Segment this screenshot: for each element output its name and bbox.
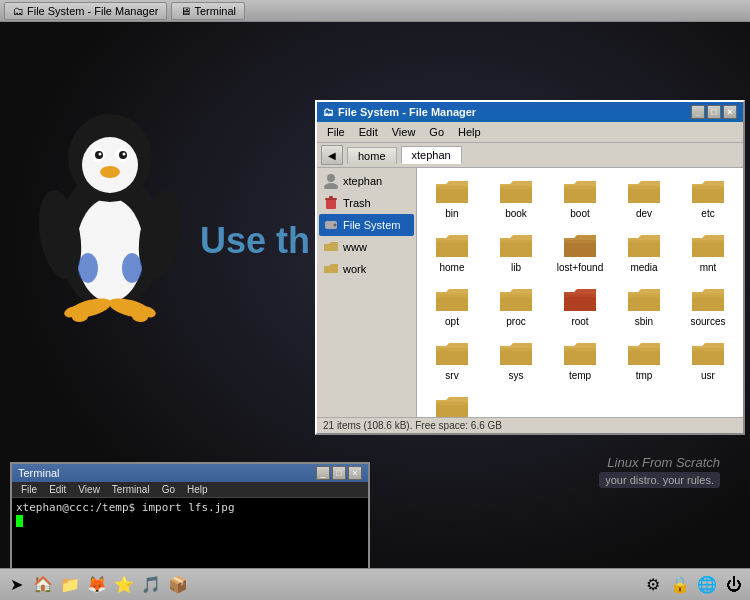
svg-point-27 xyxy=(334,224,337,227)
svg-point-22 xyxy=(324,183,338,189)
tb-lock-icon[interactable]: 🔒 xyxy=(668,573,692,597)
terminal-controls: _ □ × xyxy=(316,466,362,480)
svg-point-10 xyxy=(100,166,120,178)
svg-point-9 xyxy=(123,153,126,156)
file-item-mnt[interactable]: mnt xyxy=(677,226,739,278)
file-label: tmp xyxy=(636,370,653,382)
tb-home-icon[interactable]: 🏠 xyxy=(31,573,55,597)
file-item-proc[interactable]: proc xyxy=(485,280,547,332)
lfs-text: Linux From Scratch xyxy=(607,455,720,470)
svg-rect-78 xyxy=(500,348,532,351)
tb-media-icon[interactable]: 🎵 xyxy=(139,573,163,597)
sidebar-label-work: work xyxy=(343,263,366,275)
file-label: srv xyxy=(445,370,458,382)
svg-rect-75 xyxy=(436,348,468,351)
file-item-tmp[interactable]: tmp xyxy=(613,334,675,386)
file-item-temp[interactable]: temp xyxy=(549,334,611,386)
file-item-lost+found[interactable]: lost+found xyxy=(549,226,611,278)
sidebar-item-xtephan[interactable]: xtephan xyxy=(319,170,414,192)
term-menu-view[interactable]: View xyxy=(73,483,105,496)
menu-view[interactable]: View xyxy=(386,124,422,140)
terminal-titlebar: Terminal _ □ × xyxy=(12,464,368,482)
sidebar-item-www[interactable]: www xyxy=(319,236,414,258)
file-item-lib[interactable]: lib xyxy=(485,226,547,278)
file-item-sbin[interactable]: sbin xyxy=(613,280,675,332)
file-label: mnt xyxy=(700,262,717,274)
file-label: sys xyxy=(509,370,524,382)
file-item-sys[interactable]: sys xyxy=(485,334,547,386)
maximize-button[interactable]: □ xyxy=(707,105,721,119)
window-content: xtephan Trash File System xyxy=(317,168,743,417)
tab-xtephan[interactable]: xtephan xyxy=(401,146,462,164)
term-menu-help[interactable]: Help xyxy=(182,483,213,496)
drive-icon xyxy=(323,217,339,233)
terminal-maximize[interactable]: □ xyxy=(332,466,346,480)
file-label: etc xyxy=(701,208,714,220)
menu-help[interactable]: Help xyxy=(452,124,487,140)
file-label: temp xyxy=(569,370,591,382)
tb-star-icon[interactable]: ⭐ xyxy=(112,573,136,597)
term-menu-edit[interactable]: Edit xyxy=(44,483,71,496)
tb-power-icon[interactable]: ⏻ xyxy=(722,573,746,597)
svg-rect-81 xyxy=(564,348,596,351)
file-item-home[interactable]: home xyxy=(421,226,483,278)
term-menu-go[interactable]: Go xyxy=(157,483,180,496)
file-label: proc xyxy=(506,316,525,328)
file-item-etc[interactable]: etc xyxy=(677,172,739,224)
svg-rect-45 xyxy=(436,240,468,243)
tb-network-icon[interactable]: 🌐 xyxy=(695,573,719,597)
tb-browser-icon[interactable]: 🦊 xyxy=(85,573,109,597)
folder-icon xyxy=(690,284,726,314)
menu-file[interactable]: File xyxy=(321,124,351,140)
file-item-sources[interactable]: sources xyxy=(677,280,739,332)
tab-home[interactable]: home xyxy=(347,147,397,164)
file-item-var[interactable]: var xyxy=(421,388,483,417)
minimize-button[interactable]: _ xyxy=(691,105,705,119)
file-item-dev[interactable]: dev xyxy=(613,172,675,224)
file-item-root[interactable]: root xyxy=(549,280,611,332)
svg-rect-36 xyxy=(564,186,596,189)
folder-icon xyxy=(498,338,534,368)
tb-file-icon[interactable]: 📁 xyxy=(58,573,82,597)
sidebar-item-filesystem[interactable]: File System xyxy=(319,214,414,236)
taskbar-filemanager[interactable]: 🗂 File System - File Manager xyxy=(4,2,167,20)
tb-settings-icon[interactable]: ⚙ xyxy=(641,573,665,597)
file-item-usr[interactable]: usr xyxy=(677,334,739,386)
folder-icon xyxy=(626,230,662,260)
terminal-minimize[interactable]: _ xyxy=(316,466,330,480)
file-item-srv[interactable]: srv xyxy=(421,334,483,386)
file-item-media[interactable]: media xyxy=(613,226,675,278)
folder-icon xyxy=(562,338,598,368)
nav-back-button[interactable]: ◀ xyxy=(321,145,343,165)
menu-go[interactable]: Go xyxy=(423,124,450,140)
term-menu-file[interactable]: File xyxy=(16,483,42,496)
file-item-boot[interactable]: boot xyxy=(549,172,611,224)
file-label: sources xyxy=(690,316,725,328)
trash-icon xyxy=(323,195,339,211)
file-item-opt[interactable]: opt xyxy=(421,280,483,332)
file-item-bin[interactable]: bin xyxy=(421,172,483,224)
svg-rect-48 xyxy=(500,240,532,243)
file-item-book[interactable]: book xyxy=(485,172,547,224)
svg-point-8 xyxy=(99,153,102,156)
file-label: boot xyxy=(570,208,589,220)
file-label: usr xyxy=(701,370,715,382)
tb-arrow-icon[interactable]: ➤ xyxy=(4,573,28,597)
desktop: Use th Linux From Scratch your distro. y… xyxy=(0,0,750,600)
svg-rect-60 xyxy=(436,294,468,297)
tb-apps-icon[interactable]: 📦 xyxy=(166,573,190,597)
svg-rect-84 xyxy=(628,348,660,351)
sidebar-label-www: www xyxy=(343,241,367,253)
close-button[interactable]: × xyxy=(723,105,737,119)
term-menu-terminal[interactable]: Terminal xyxy=(107,483,155,496)
sidebar-item-work[interactable]: work xyxy=(319,258,414,280)
terminal-menubar: File Edit View Terminal Go Help xyxy=(12,482,368,498)
sidebar-label-xtephan: xtephan xyxy=(343,175,382,187)
folder-icon xyxy=(690,338,726,368)
terminal-close[interactable]: × xyxy=(348,466,362,480)
terminal-title: Terminal xyxy=(18,467,60,479)
file-manager-window: 🗂 File System - File Manager _ □ × File … xyxy=(315,100,745,435)
sidebar-item-trash[interactable]: Trash xyxy=(319,192,414,214)
menu-edit[interactable]: Edit xyxy=(353,124,384,140)
taskbar-terminal[interactable]: 🖥 Terminal xyxy=(171,2,245,20)
